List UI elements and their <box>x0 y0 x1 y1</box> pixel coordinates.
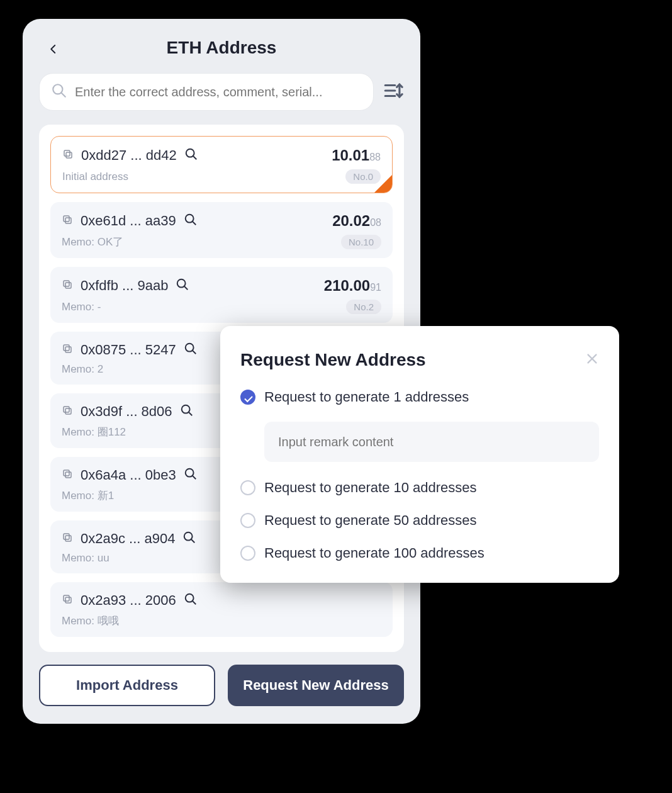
address-text: 0x3d9f ... 8d06 <box>81 403 172 420</box>
copy-icon[interactable] <box>62 532 73 546</box>
svg-point-16 <box>177 279 186 288</box>
magnify-icon[interactable] <box>184 592 198 609</box>
remark-input[interactable] <box>264 422 599 462</box>
option-label: Request to generate 50 addresses <box>264 512 477 529</box>
generate-option[interactable]: Request to generate 100 addresses <box>240 545 599 561</box>
svg-rect-26 <box>65 472 71 478</box>
svg-line-37 <box>192 601 196 605</box>
magnify-icon[interactable] <box>176 278 189 294</box>
bottom-actions: Import Address Request New Address <box>39 665 404 706</box>
address-text: 0xe61d ... aa39 <box>81 213 176 229</box>
svg-point-8 <box>186 149 194 157</box>
memo-text: Memo: 哦哦 <box>62 614 119 628</box>
svg-line-21 <box>192 351 196 354</box>
magnify-icon[interactable] <box>180 403 194 420</box>
address-text: 0x0875 ... 5247 <box>81 342 176 358</box>
svg-rect-6 <box>66 152 72 158</box>
svg-point-12 <box>185 215 193 223</box>
svg-rect-27 <box>64 470 69 476</box>
search-row <box>39 73 404 111</box>
option-label: Request to generate 1 addresses <box>264 389 469 405</box>
svg-rect-10 <box>65 218 71 223</box>
svg-rect-34 <box>65 597 71 603</box>
generate-option[interactable]: Request to generate 50 addresses <box>240 512 599 529</box>
radio-icon <box>240 480 255 495</box>
svg-point-20 <box>185 344 193 352</box>
address-item[interactable]: 0xe61d ... aa3920.0208Memo: OK了No.10 <box>50 202 393 258</box>
header: ETH Address <box>39 38 404 58</box>
copy-icon[interactable] <box>62 214 73 228</box>
svg-rect-15 <box>64 281 69 286</box>
svg-line-29 <box>192 476 196 480</box>
memo-text: Memo: OK了 <box>62 235 123 249</box>
svg-rect-7 <box>64 150 70 156</box>
svg-rect-22 <box>65 408 71 414</box>
svg-line-13 <box>192 222 196 225</box>
copy-icon[interactable] <box>62 279 73 293</box>
request-new-address-modal: Request New Address Request to generate … <box>220 326 619 583</box>
request-new-address-button[interactable]: Request New Address <box>228 665 404 706</box>
svg-point-32 <box>184 532 193 541</box>
memo-text: Initial address <box>62 171 128 183</box>
copy-icon[interactable] <box>62 468 73 482</box>
address-item[interactable]: 0xdd27 ... dd4210.0188Initial addressNo.… <box>50 136 393 193</box>
svg-rect-19 <box>64 345 69 351</box>
modal-header: Request New Address <box>240 350 599 370</box>
page-title: ETH Address <box>167 38 277 58</box>
copy-icon[interactable] <box>62 593 73 607</box>
generate-option[interactable]: Request to generate 1 addresses <box>240 389 599 405</box>
balance: 210.0091 <box>324 277 381 295</box>
svg-point-36 <box>185 594 193 602</box>
index-badge: No.2 <box>346 300 381 314</box>
magnify-icon[interactable] <box>184 213 198 229</box>
svg-line-9 <box>193 156 196 160</box>
radio-icon <box>240 546 255 561</box>
svg-rect-35 <box>64 595 69 601</box>
balance: 10.0188 <box>332 147 381 164</box>
back-button[interactable] <box>48 40 63 55</box>
address-text: 0x2a9c ... a904 <box>81 531 175 547</box>
memo-text: Memo: 圈112 <box>62 425 126 439</box>
copy-icon[interactable] <box>62 149 74 162</box>
svg-rect-18 <box>65 347 71 352</box>
balance: 20.0208 <box>332 212 381 230</box>
svg-line-17 <box>184 286 188 290</box>
close-icon[interactable] <box>585 352 599 368</box>
svg-rect-23 <box>64 407 69 412</box>
memo-text: Memo: uu <box>62 552 109 565</box>
magnify-icon[interactable] <box>184 342 198 358</box>
generate-option[interactable]: Request to generate 10 addresses <box>240 480 599 496</box>
search-box[interactable] <box>39 73 374 111</box>
svg-line-1 <box>61 93 65 97</box>
address-text: 0x6a4a ... 0be3 <box>81 467 176 483</box>
svg-rect-30 <box>65 536 71 541</box>
sort-button[interactable] <box>383 80 404 104</box>
option-label: Request to generate 10 addresses <box>264 480 477 496</box>
address-item[interactable]: 0x2a93 ... 2006Memo: 哦哦 <box>50 582 393 637</box>
svg-line-25 <box>188 412 192 416</box>
copy-icon[interactable] <box>62 343 73 357</box>
search-icon <box>51 82 67 101</box>
svg-point-28 <box>185 469 193 477</box>
magnify-icon[interactable] <box>184 467 198 483</box>
magnify-icon[interactable] <box>184 147 198 164</box>
svg-rect-31 <box>64 534 69 539</box>
memo-text: Memo: - <box>62 301 101 313</box>
radio-icon <box>240 513 255 528</box>
search-input[interactable] <box>75 85 362 99</box>
svg-line-33 <box>191 539 195 543</box>
magnify-icon[interactable] <box>182 531 196 547</box>
svg-point-24 <box>181 405 189 413</box>
memo-text: Memo: 2 <box>62 363 103 376</box>
option-label: Request to generate 100 addresses <box>264 545 484 561</box>
address-text: 0x2a93 ... 2006 <box>81 592 176 609</box>
copy-icon[interactable] <box>62 405 73 419</box>
modal-title: Request New Address <box>240 350 426 370</box>
svg-rect-11 <box>64 216 69 222</box>
svg-rect-14 <box>65 283 71 288</box>
radio-icon <box>240 390 255 405</box>
index-badge: No.10 <box>341 235 381 249</box>
import-address-button[interactable]: Import Address <box>39 665 215 706</box>
address-item[interactable]: 0xfdfb ... 9aab210.0091Memo: -No.2 <box>50 267 393 323</box>
address-text: 0xdd27 ... dd42 <box>81 147 177 164</box>
